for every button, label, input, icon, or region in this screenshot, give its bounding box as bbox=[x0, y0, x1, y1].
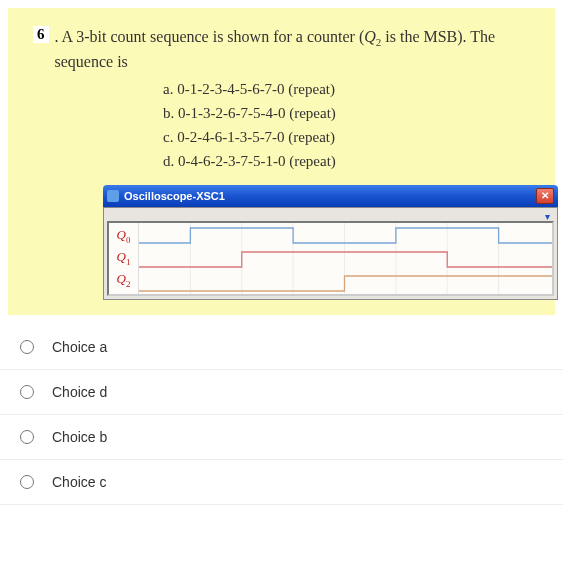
scope-screen: Q0 Q1 Q2 bbox=[107, 221, 554, 296]
question-panel: 6 . A 3-bit count sequence is shown for … bbox=[8, 8, 555, 315]
oscilloscope-window: Oscilloscope-XSC1 ✕ ▾ Q0 Q1 Q2 bbox=[103, 185, 558, 300]
app-icon bbox=[107, 190, 119, 202]
indicator-row: ▾ bbox=[107, 211, 554, 221]
trace-q2 bbox=[139, 276, 552, 291]
option-c: c. 0-2-4-6-1-3-5-7-0 (repeat) bbox=[163, 125, 530, 149]
label-q1: Q1 bbox=[117, 250, 131, 267]
trace-q1 bbox=[139, 252, 552, 267]
option-b: b. 0-1-3-2-6-7-5-4-0 (repeat) bbox=[163, 101, 530, 125]
choice-a-row[interactable]: Choice a bbox=[0, 325, 563, 370]
waveform-svg bbox=[139, 223, 552, 294]
close-icon: ✕ bbox=[541, 190, 549, 201]
choice-d-row[interactable]: Choice d bbox=[0, 370, 563, 415]
choice-c-label: Choice c bbox=[52, 474, 106, 490]
question-text-prefix: . A 3-bit count sequence is shown for a … bbox=[55, 28, 365, 45]
radio-b[interactable] bbox=[20, 430, 34, 444]
choice-a-label: Choice a bbox=[52, 339, 107, 355]
titlebar[interactable]: Oscilloscope-XSC1 ✕ bbox=[103, 185, 558, 207]
close-button[interactable]: ✕ bbox=[536, 188, 554, 204]
choice-d-label: Choice d bbox=[52, 384, 107, 400]
choice-b-label: Choice b bbox=[52, 429, 107, 445]
options-list: a. 0-1-2-3-4-5-6-7-0 (repeat) b. 0-1-3-2… bbox=[163, 77, 530, 173]
trace-q0 bbox=[139, 228, 552, 243]
radio-d[interactable] bbox=[20, 385, 34, 399]
option-a: a. 0-1-2-3-4-5-6-7-0 (repeat) bbox=[163, 77, 530, 101]
option-d: d. 0-4-6-2-3-7-5-1-0 (repeat) bbox=[163, 149, 530, 173]
label-q0: Q0 bbox=[117, 228, 131, 245]
scope-body: ▾ Q0 Q1 Q2 bbox=[103, 207, 558, 300]
label-q2: Q2 bbox=[117, 272, 131, 289]
channel-labels: Q0 Q1 Q2 bbox=[109, 223, 139, 294]
waveform-area bbox=[139, 223, 552, 294]
question-header: 6 . A 3-bit count sequence is shown for … bbox=[33, 26, 530, 73]
choice-c-row[interactable]: Choice c bbox=[0, 460, 563, 505]
question-number: 6 bbox=[33, 26, 49, 43]
titlebar-text: Oscilloscope-XSC1 bbox=[124, 190, 536, 202]
question-text: . A 3-bit count sequence is shown for a … bbox=[55, 26, 531, 73]
radio-a[interactable] bbox=[20, 340, 34, 354]
radio-c[interactable] bbox=[20, 475, 34, 489]
choices-section: Choice a Choice d Choice b Choice c bbox=[0, 325, 563, 505]
choice-b-row[interactable]: Choice b bbox=[0, 415, 563, 460]
chevron-down-icon: ▾ bbox=[545, 211, 550, 221]
question-var: Q bbox=[364, 28, 376, 45]
